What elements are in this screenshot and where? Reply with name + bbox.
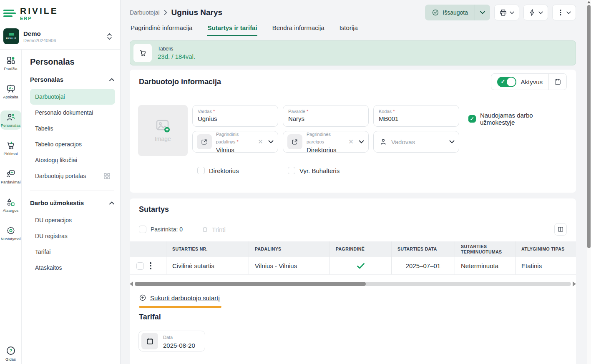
portal-grid-icon [104,173,110,179]
sales-icon [6,169,15,178]
breadcrumb-parent[interactable]: Darbuotojai [130,9,160,16]
pareigos-open-button[interactable] [287,134,302,149]
saved-split-button[interactable]: Išsaugota [425,5,490,20]
scroll-thumb[interactable] [135,282,366,286]
tariff-date-field[interactable]: Data 2025-08-20 [138,331,205,351]
sidebar: RIVILE ERP RIVILE Demo Demo20240906 [0,0,121,364]
rail-item-nustatymai[interactable]: Nustatymai [0,224,21,243]
scroll-track[interactable] [135,282,571,286]
lightning-icon [528,9,536,16]
saved-label: Išsaugota [443,9,468,16]
chevron-up-icon [109,78,114,81]
rail-item-pirkimai[interactable]: Pirkimai [0,139,21,158]
contracts-toolbar: Pasirinkta: 0 Trinti [130,214,576,236]
rail-item-apskaita[interactable]: Apskaita [0,82,21,101]
columns-icon [557,226,564,233]
chevron-down-icon[interactable] [268,140,274,143]
vertical-scroll-thumb[interactable] [587,5,591,248]
contract-row[interactable]: Civilinė sutartis Vilnius - Vilnius 2025… [130,257,576,275]
rail-item-pradzia[interactable]: Pradžia [0,54,21,73]
people-icon [6,113,15,122]
padalinys-field[interactable]: Pagrindinis padalinys Vilnius ✕ [192,131,278,153]
tabelis-banner[interactable]: Tabelis 23d. / 184val. [130,40,576,65]
sidebar-item-personalo-dokumentai[interactable]: Personalo dokumentai [30,105,115,120]
tab-sutartys-ir-tarifai[interactable]: Sutartys ir tarifai [207,24,257,36]
print-button[interactable] [494,5,519,20]
page-vertical-scrollbar[interactable] [587,0,591,364]
pareigos-field[interactable]: Pagrindinės pareigos Direktorius ✕ [283,131,369,153]
rail-item-atsargos[interactable]: Atsargos [0,196,21,215]
create-contract-link[interactable]: Sukurti darbuotojo sutartį [139,294,220,301]
chevron-down-icon[interactable] [359,140,364,143]
select-all-checkbox[interactable] [139,226,146,233]
row-menu-icon[interactable] [149,261,152,270]
tab-bendra-informacija[interactable]: Bendra informacija [272,24,324,36]
workspace-selector[interactable]: RIVILE Demo Demo20240906 [3,28,113,44]
header-terminuotumas[interactable]: SUTARTIES TERMINUOTUMAS [455,241,515,257]
header-sutarties-data[interactable]: SUTARTIES DATA [391,241,455,257]
payroll-checkbox[interactable]: ✓ [468,115,476,123]
more-menu-button[interactable] [552,5,576,20]
header-padalinys[interactable]: PADALINYS [249,241,329,257]
direktorius-checkbox[interactable] [197,167,205,174]
kodas-field[interactable]: Kodas MB001 [373,105,459,127]
active-toggle-box: ✓ Aktyvus [491,73,567,90]
contracts-section-title: Sutartys [130,198,576,214]
sidebar-item-atostogu-likuciai[interactable]: Atostogų likučiai [30,152,115,168]
header-atlyginimo-tipas[interactable]: ATLYGINIMO TIPAS [515,241,576,257]
tab-pagrindine-informacija[interactable]: Pagrindinė informacija [131,24,192,36]
toolbar-divider [192,224,192,235]
scroll-right-arrow[interactable] [573,281,576,286]
vardas-field[interactable]: Vardas Ugnius [192,105,278,127]
vadovas-select[interactable]: Vadovas [373,131,459,153]
padalinys-open-button[interactable] [197,134,212,149]
active-toggle[interactable]: ✓ Aktyvus [491,74,548,90]
row-checkbox[interactable] [136,262,144,270]
header-sutarties-nr[interactable]: SUTARTIES NR. [166,241,249,257]
cart-icon [6,141,15,150]
buhalteris-checkbox[interactable] [288,167,295,174]
sidebar-item-darbuotoju-portalas[interactable]: Darbuotojų portalas [30,168,115,184]
brand-logo[interactable]: RIVILE ERP [3,6,113,21]
sidebar-item-darbuotojai[interactable]: Darbuotojai [30,89,115,105]
scroll-up-arrow[interactable] [587,1,591,3]
sidebar-item-tarifai[interactable]: Tarifai [30,244,115,260]
buhalteris-checkbox-row[interactable]: Vyr. Buhalteris [288,167,378,174]
payroll-checkbox-row[interactable]: ✓ Naudojamas darbo užmokestyje [468,112,567,126]
cell-terminuotumas: Neterminuota [455,257,515,274]
top-bar: Darbuotojai Ugnius Narys Išsaugota [130,4,576,21]
sidebar-item-tabelis[interactable]: Tabelis [30,120,115,136]
rail-item-personalas[interactable]: Personalas [0,110,21,130]
direktorius-checkbox-row[interactable]: Direktorius [197,167,288,174]
workspace-code: Demo20240906 [23,38,103,43]
sidebar-item-du-operacijos[interactable]: DU operacijos [30,212,115,228]
section-personalas[interactable]: Personalas [30,76,114,83]
sidebar-item-du-registras[interactable]: DU registras [30,228,115,244]
sidebar-item-ataskaitos[interactable]: Ataskaitos [30,260,115,276]
tab-istorija[interactable]: Istorija [340,24,358,36]
main-content: Darbuotojai Ugnius Narys Išsaugota [121,0,591,364]
toggle-switch[interactable]: ✓ [497,77,516,87]
pavarde-field[interactable]: Pavardė Narys [283,105,369,127]
section-darbo-uzmokestis[interactable]: Darbo užmokestis [30,199,114,206]
contracts-table: SUTARTIES NR. PADALINYS PAGRINDINĖ SUTAR… [130,241,576,275]
chevron-down-icon[interactable] [449,140,455,143]
workspace-switch-icon[interactable] [107,33,113,40]
header-select-cell [130,241,166,257]
saved-caret[interactable] [475,5,490,20]
quick-actions-button[interactable] [523,5,548,20]
header-pagrindine[interactable]: PAGRINDINĖ [329,241,391,257]
header-actions: Išsaugota [425,5,576,20]
delete-button[interactable]: Trinti [201,226,226,233]
date-label: Data [163,335,173,340]
sidebar-item-tabelio-operacijos[interactable]: Tabelio operacijos [30,136,115,152]
scroll-left-arrow[interactable] [130,281,133,286]
pareigos-clear-icon[interactable]: ✕ [347,138,355,146]
employee-photo-upload[interactable]: Image [138,105,188,156]
rail-item-pardavimai[interactable]: Pardavimai [0,167,21,186]
contracts-columns-button[interactable] [554,223,567,236]
activity-calendar-button[interactable] [548,74,566,90]
date-icon-box [141,333,158,349]
padalinys-clear-icon[interactable]: ✕ [257,138,264,146]
rail-item-gidas[interactable]: ? Gidas [0,344,21,363]
